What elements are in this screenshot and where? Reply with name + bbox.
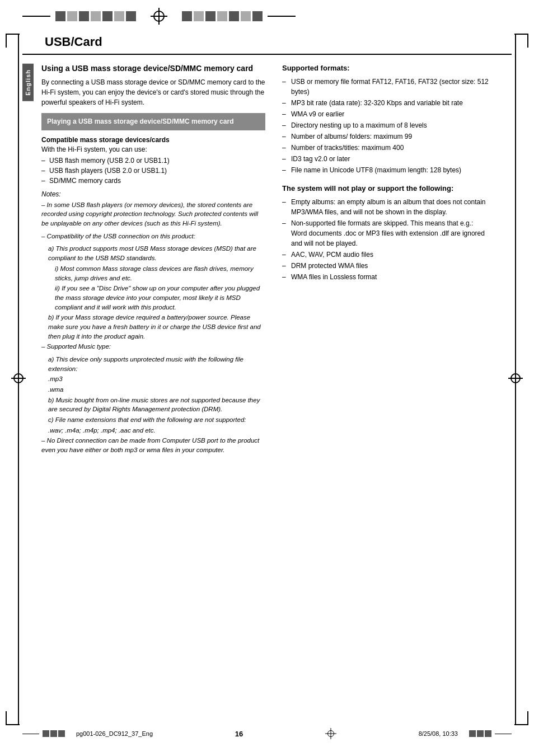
footer-squares-right: [469, 730, 491, 737]
list-item: File name in Unicode UTF8 (maximum lengt…: [282, 165, 489, 175]
header-square-r7: [252, 11, 263, 21]
note-3a: a) This device only supports unprotected…: [41, 355, 265, 373]
note-2a-ii: ii) If you see a "Disc Drive" show up on…: [41, 284, 265, 312]
main-content: English Using a USB mass storage device/…: [0, 64, 534, 458]
footer-square-r2: [477, 730, 484, 737]
sidebar-english-label: English: [22, 64, 34, 101]
footer-left-decoration: [22, 730, 65, 737]
list-item: SD/MMC memory cards: [41, 176, 265, 186]
note-2-prefix: – Compatibility of the USB connection on…: [41, 232, 265, 241]
footer-square-1: [43, 730, 49, 737]
header-square-4: [91, 11, 101, 21]
footer-right-decoration: [469, 730, 512, 737]
header-square-r6: [241, 11, 251, 21]
footer-crosshair-icon: [325, 728, 336, 739]
footer-text-file: pg001-026_DC912_37_Eng: [76, 730, 153, 737]
note-4: – No Direct connection can be made from …: [41, 436, 265, 454]
header-square-r5: [229, 11, 239, 21]
compatible-title: Compatible mass storage devices/cards: [41, 136, 265, 144]
list-item: WMA v9 or earlier: [282, 109, 489, 119]
list-item: USB flash players (USB 2.0 or USB1.1): [41, 166, 265, 176]
supported-formats-list: USB or memory file format FAT12, FAT16, …: [282, 77, 489, 175]
list-item: Number of tracks/titles: maximum 400: [282, 143, 489, 153]
supported-formats-title: Supported formats:: [282, 64, 489, 72]
note-3-prefix: – Supported Music type:: [41, 342, 265, 351]
list-item: Number of albums/ folders: maximum 99: [282, 132, 489, 142]
note-3c-ext: .wav; .m4a; .m4p; .mp4; .aac and etc.: [41, 426, 265, 435]
list-item: DRM protected WMA files: [282, 261, 489, 271]
left-crosshair-icon: [11, 371, 26, 386]
header-square-5: [102, 11, 113, 21]
not-supported-list: Empty albums: an empty album is an album…: [282, 197, 489, 282]
list-item: USB or memory file format FAT12, FAT16, …: [282, 77, 489, 97]
footer-square-2: [50, 730, 57, 737]
header-square-r2: [194, 11, 204, 21]
page-container: USB/Card English Using a USB mass storag…: [0, 0, 534, 756]
footer-squares: [43, 730, 65, 737]
list-item: Directory nesting up to a maximum of 8 l…: [282, 120, 489, 130]
header-square-r4: [217, 11, 227, 21]
footer-line-right: [495, 734, 512, 734]
notes-title: Notes:: [41, 190, 265, 198]
header-line-left: [22, 16, 50, 17]
note-3a-ext2: .wma: [41, 385, 265, 395]
note-3b: b) Music bought from on-line music store…: [41, 396, 265, 414]
header-crosshair-icon: [151, 8, 167, 25]
not-supported-title: The system will not play or support the …: [282, 184, 489, 192]
note-1: – In some USB flash players (or memory d…: [41, 200, 265, 228]
note-3a-ext1: .mp3: [41, 374, 265, 384]
header-square-1: [55, 11, 65, 21]
footer-line-left: [22, 734, 39, 734]
footer-page-number: 16: [235, 730, 243, 738]
note-2b: b) If your Mass storage device required …: [41, 313, 265, 341]
footer-center: pg001-026_DC912_37_Eng 16 8/25/08, 10:33: [65, 728, 469, 739]
list-item: ID3 tag v2.0 or later: [282, 154, 489, 164]
list-item: USB flash memory (USB 2.0 or USB1.1): [41, 156, 265, 166]
header-left-decoration: [22, 11, 139, 21]
list-item: WMA files in Lossless format: [282, 272, 489, 282]
header-squares-left: [55, 11, 136, 21]
footer-square-r3: [485, 730, 491, 737]
section-title-usb: Using a USB mass storage device/SD/MMC m…: [41, 64, 265, 73]
corner-decoration-br: [514, 711, 528, 725]
right-column: Supported formats: USB or memory file fo…: [277, 64, 512, 458]
header-squares-right: [182, 11, 263, 21]
header-square-7: [126, 11, 136, 21]
notes-section: Notes: – In some USB flash players (or m…: [41, 190, 265, 455]
left-column: Using a USB mass storage device/SD/MMC m…: [41, 64, 277, 458]
right-crosshair-icon: [508, 371, 523, 386]
footer-square-3: [58, 730, 65, 737]
header-square-6: [114, 11, 124, 21]
list-item: Empty albums: an empty album is an album…: [282, 197, 489, 217]
list-item: MP3 bit rate (data rate): 32-320 Kbps an…: [282, 98, 489, 108]
note-2a: a) This product supports most USB Mass s…: [41, 244, 265, 262]
intro-text: By connecting a USB mass storage device …: [41, 77, 265, 107]
header-line-right: [268, 16, 296, 17]
list-item: Non-supported file formats are skipped. …: [282, 218, 489, 248]
footer-square-r1: [469, 730, 476, 737]
footer: pg001-026_DC912_37_Eng 16 8/25/08, 10:33: [0, 728, 534, 739]
compatible-items-list: USB flash memory (USB 2.0 or USB1.1) USB…: [41, 156, 265, 186]
list-item: AAC, WAV, PCM audio files: [282, 250, 489, 260]
gray-box-playing: Playing a USB mass storage device/SD/MMC…: [41, 113, 265, 130]
header-square-r3: [205, 11, 216, 21]
note-3c: c) File name extensions that end with th…: [41, 415, 265, 425]
corner-decoration-tr: [514, 34, 528, 48]
compatible-intro: With the Hi-Fi system, you can use:: [41, 145, 265, 153]
header-right-decoration: [179, 11, 296, 21]
page-title: USB/Card: [22, 29, 512, 55]
header-square-2: [67, 11, 77, 21]
header-square-3: [79, 11, 89, 21]
footer-text-date: 8/25/08, 10:33: [419, 730, 458, 737]
header-bar: [0, 0, 534, 25]
note-2a-i: i) Most common Mass storage class device…: [41, 264, 265, 283]
header-square-r1: [182, 11, 192, 21]
